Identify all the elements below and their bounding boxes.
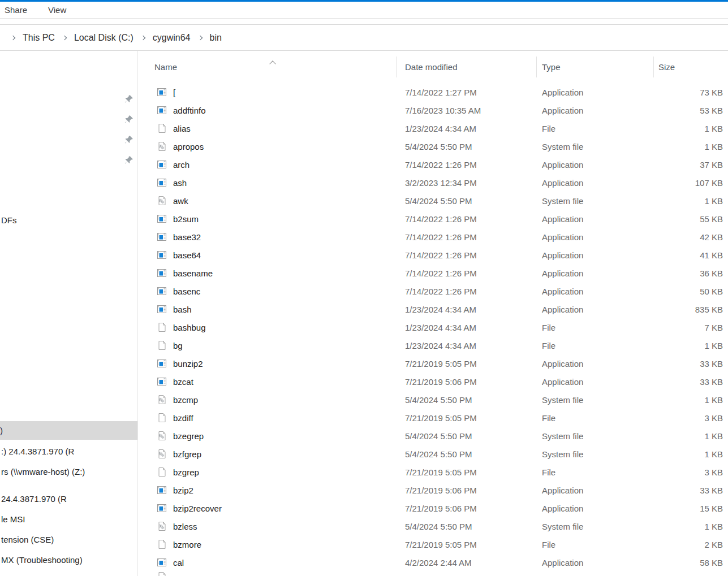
file-type: System file [536,196,653,206]
file-row[interactable]: base647/14/2022 1:26 PMApplication41 KB [138,246,728,264]
file-size: 1 KB [653,142,723,151]
file-row[interactable]: bunzip27/21/2019 5:05 PMApplication33 KB [138,354,728,373]
column-header-type[interactable]: Type [542,57,561,78]
file-row[interactable]: addftinfo7/16/2023 10:35 AMApplication53… [138,101,728,119]
file-name-cell: awk [138,196,396,206]
column-header-size[interactable]: Size [658,57,675,78]
chevron-right-icon[interactable] [11,35,15,40]
breadcrumb-this-pc[interactable]: This PC [21,31,56,45]
file-date-modified: 7/21/2019 5:05 PM [396,413,536,423]
application-icon [157,558,166,567]
file-size: 1 KB [653,449,723,459]
chevron-right-icon[interactable] [141,35,145,40]
sidebar-item-selected[interactable]: ) [0,421,137,440]
column-header-name[interactable]: Name [154,57,177,78]
file-row[interactable]: [7/14/2022 1:27 PMApplication73 KB [138,83,728,101]
file-type: Application [536,106,653,115]
file-row[interactable]: base327/14/2022 1:26 PMApplication42 KB [138,228,728,246]
file-name: basenc [173,287,200,296]
pushpin-icon[interactable] [124,155,134,165]
file-row[interactable]: ash3/2/2023 12:34 PMApplication107 KB [138,174,728,192]
sidebar-item[interactable]: DFs [1,215,17,226]
sidebar-item[interactable]: tension (CSE) [1,534,54,545]
application-icon [157,287,166,296]
column-divider[interactable] [536,57,537,77]
navigation-pane: )DFs:) 24.4.3871.970 (Rrs (\\vmware-host… [0,51,137,576]
file-name: awk [173,196,188,206]
chevron-right-icon[interactable] [197,35,202,40]
file-row[interactable]: b2sum7/14/2022 1:26 PMApplication55 KB [138,210,728,228]
file-date-modified: 5/4/2024 5:50 PM [396,395,536,405]
file-name-cell: bash [138,305,396,314]
file-type: Application [536,305,653,314]
file-type: Application [536,377,653,387]
column-divider[interactable] [653,57,654,77]
file-row[interactable]: awk5/4/2024 5:50 PMSystem file1 KB [138,192,728,210]
file-row[interactable]: bzegrep5/4/2024 5:50 PMSystem file1 KB [138,427,728,445]
file-row[interactable]: alias1/23/2024 4:34 AMFile1 KB [138,119,728,137]
application-icon [157,504,166,513]
file-row[interactable]: bzip27/21/2019 5:06 PMApplication33 KB [138,481,728,499]
file-row[interactable]: bzfgrep5/4/2024 5:50 PMSystem file1 KB [138,445,728,463]
pushpin-icon[interactable] [124,94,134,104]
pushpin-icon[interactable] [124,135,134,145]
file-row[interactable]: arch7/14/2022 1:26 PMApplication37 KB [138,155,728,174]
sort-ascending-icon[interactable] [269,60,275,67]
file-row[interactable]: bashbug1/23/2024 4:34 AMFile7 KB [138,318,728,336]
breadcrumb-local-disk-c[interactable]: Local Disk (C:) [73,31,135,45]
file-size: 53 KB [653,106,723,115]
file-name: bzdiff [173,413,193,423]
file-row[interactable]: bash1/23/2024 4:34 AMApplication835 KB [138,300,728,318]
file-name: bzfgrep [173,449,201,459]
sidebar-item[interactable]: le MSI [1,514,25,525]
column-header-date-modified[interactable]: Date modified [405,57,458,78]
sidebar-item[interactable]: 24.4.3871.970 (R [1,493,67,505]
pushpin-icon[interactable] [124,114,134,124]
file-row[interactable]: basenc7/14/2022 1:26 PMApplication50 KB [138,282,728,300]
sidebar-item[interactable]: MX (Troubleshooting) [1,555,83,566]
file-row[interactable]: bzcmp5/4/2024 5:50 PMSystem file1 KB [138,391,728,409]
file-row[interactable]: bzip2recover7/21/2019 5:06 PMApplication… [138,499,728,517]
file-date-modified: 7/21/2019 5:06 PM [396,377,536,387]
breadcrumb-cygwin64[interactable]: cygwin64 [152,31,192,45]
file-size: 7 KB [653,323,723,332]
application-icon [157,268,166,278]
file-type: Application [536,486,653,495]
file-row[interactable]: cal4/2/2024 2:44 AMApplication58 KB [138,553,728,571]
file-row[interactable]: bzgrep7/21/2019 5:05 PMFile3 KB [138,463,728,481]
file-row[interactable]: bzdiff7/21/2019 5:05 PMFile3 KB [138,409,728,427]
sidebar-item[interactable]: rs (\\vmware-host) (Z:) [1,466,85,478]
column-divider[interactable] [396,57,397,77]
file-row[interactable]: bg1/23/2024 4:34 AMFile1 KB [138,336,728,354]
application-icon [157,106,166,115]
file-name-cell: alias [138,124,396,133]
file-size: 2 KB [653,540,723,549]
file-size: 73 KB [653,88,723,97]
file-date-modified: 1/23/2024 4:34 AM [396,341,536,350]
file-size: 3 KB [653,467,723,477]
file-size: 835 KB [653,305,723,314]
menu-tab-share[interactable]: Share [5,2,27,19]
sidebar-item[interactable]: :) 24.4.3871.970 (R [1,446,74,457]
file-row[interactable]: basename7/14/2022 1:26 PMApplication36 K… [138,264,728,282]
file-row[interactable]: bzcat7/21/2019 5:06 PMApplication33 KB [138,373,728,391]
system-file-icon [157,196,166,205]
file-name-cell: ash [138,178,396,188]
file-row[interactable]: apropos5/4/2024 5:50 PMSystem file1 KB [138,137,728,155]
breadcrumb-bin[interactable]: bin [209,31,223,45]
file-row[interactable]: bzless5/4/2024 5:50 PMSystem file1 KB [138,517,728,535]
file-type: System file [536,449,653,459]
chevron-right-icon[interactable] [62,35,67,40]
menu-tab-view[interactable]: View [48,2,66,19]
address-bar[interactable]: This PC Local Disk (C:) cygwin64 bin [0,24,728,51]
file-name-cell: arch [138,160,396,170]
file-list: [7/14/2022 1:27 PMApplication73 KB addft… [138,83,728,571]
file-size: 1 KB [653,395,723,405]
file-name-cell: base64 [138,250,396,260]
file-type: Application [536,232,653,242]
file-date-modified: 7/14/2022 1:26 PM [396,287,536,296]
file-row[interactable]: bzmore7/21/2019 5:05 PMFile2 KB [138,535,728,553]
file-name: apropos [173,142,204,151]
file-name: bzip2recover [173,504,222,513]
file-name-cell: bzfgrep [138,449,396,459]
